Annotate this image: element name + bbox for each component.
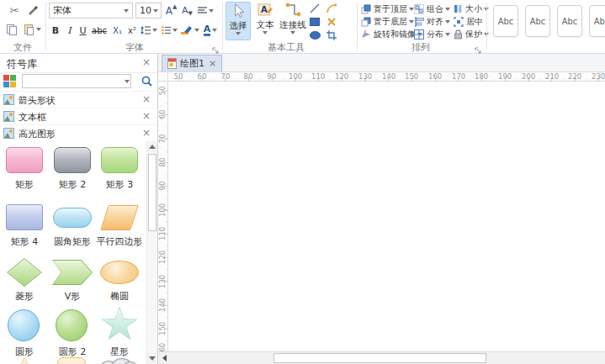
select-tool-button[interactable]: 选择 <box>226 2 251 40</box>
size-button[interactable]: 大小 <box>454 3 489 14</box>
format-painter-button[interactable] <box>25 3 40 18</box>
protect-button[interactable]: 保护 <box>454 29 489 40</box>
shape-rectangle-3[interactable] <box>101 147 138 173</box>
shape-cloud-partial[interactable] <box>98 357 138 364</box>
shape-circle-2[interactable] <box>56 309 88 341</box>
group-divider <box>222 3 223 50</box>
panel-close-button[interactable]: × <box>141 57 152 67</box>
section-highlight-shapes[interactable]: 高光图形 × <box>0 124 157 143</box>
horizontal-scrollbar-thumb[interactable] <box>273 353 486 363</box>
tab-close-button[interactable]: × <box>209 58 216 69</box>
style-preset-2[interactable]: Abc <box>525 5 550 37</box>
search-history-caret[interactable] <box>125 80 130 83</box>
text-tool-icon: A <box>257 2 273 18</box>
ruler-tick-label: 150 <box>405 72 418 81</box>
superscript-button[interactable]: x² <box>125 23 139 38</box>
shape-rounded-rectangle[interactable] <box>53 208 92 228</box>
style-preset-1[interactable]: Abc <box>493 5 518 37</box>
line-icon <box>310 3 320 13</box>
italic-button[interactable]: I <box>63 23 76 38</box>
line-tool-button[interactable] <box>308 3 321 14</box>
horizontal-scrollbar[interactable] <box>158 351 605 364</box>
font-name-select[interactable]: 宋体 <box>49 3 133 18</box>
ruler-tick-label: 110 <box>311 72 325 81</box>
shape-ellipse[interactable] <box>100 261 139 284</box>
section-label: 文本框 <box>19 111 46 124</box>
scroll-up-button[interactable] <box>147 141 157 152</box>
shrink-font-button[interactable]: A▼ <box>180 3 194 18</box>
style-preset-3[interactable]: Abc <box>557 5 582 37</box>
shape-triangle-partial[interactable] <box>10 357 39 364</box>
connection-point-tool-button[interactable] <box>325 16 338 28</box>
panel-scrollbar[interactable] <box>146 141 157 364</box>
ellipse-tool-button[interactable] <box>308 29 321 41</box>
bring-to-front-button[interactable]: 置于顶层 <box>361 3 414 14</box>
symbol-library-panel: 符号库 × 箭头形状 × 文本框 × 高光图形 × <box>0 54 158 364</box>
library-icon <box>3 75 16 87</box>
font-size-caret <box>153 9 158 13</box>
grow-font-button[interactable]: A▲ <box>164 3 178 18</box>
distribute-button[interactable]: 分布 <box>414 29 450 40</box>
ruler-tick-label: 90 <box>158 179 168 193</box>
shape-v-shape[interactable] <box>52 260 93 285</box>
connector-tool-button[interactable]: 连接线 <box>279 2 306 40</box>
bold-button[interactable]: B <box>49 23 62 38</box>
tab-label: 绘图1 <box>180 57 204 70</box>
shape-rectangle[interactable] <box>6 147 43 173</box>
arrange-dialog-launcher[interactable] <box>475 42 483 50</box>
ruler-tick-label: 160 <box>428 72 442 81</box>
search-button[interactable] <box>138 74 155 88</box>
highlighter-icon <box>181 25 193 35</box>
shape-rectangle-4[interactable] <box>6 204 43 230</box>
arc-icon <box>326 3 337 13</box>
drawing-canvas[interactable] <box>168 82 605 351</box>
ruler-corner <box>158 72 168 82</box>
line-spacing-caret <box>152 29 157 32</box>
shape-diamond[interactable] <box>7 258 42 287</box>
scissors-icon: ✂ <box>10 4 19 17</box>
section-close-button[interactable]: × <box>141 94 152 104</box>
section-close-button[interactable]: × <box>141 111 152 121</box>
text-align-menu-button[interactable] <box>196 3 215 18</box>
shape-parallelogram[interactable] <box>100 205 139 230</box>
font-color-button[interactable]: A <box>202 23 219 38</box>
style-preset-4[interactable]: Abc <box>589 5 605 37</box>
section-close-button[interactable]: × <box>141 128 152 138</box>
shape-label: 圆角矩形 <box>48 235 97 248</box>
scroll-left-button[interactable] <box>158 352 170 364</box>
cut-button[interactable]: ✂ <box>7 3 22 18</box>
font-size-select[interactable]: 10 <box>135 3 162 18</box>
shape-circle[interactable] <box>8 309 40 341</box>
arc-tool-button[interactable] <box>325 3 338 14</box>
scroll-down-button[interactable] <box>147 353 157 364</box>
shape-star[interactable] <box>101 307 138 342</box>
font-dialog-launcher[interactable] <box>212 42 220 50</box>
crop-tool-button[interactable] <box>325 29 338 41</box>
align-button[interactable]: 对齐 <box>414 16 450 27</box>
shape-label: 圆形 <box>0 346 49 358</box>
subscript-button[interactable]: X₁ <box>110 23 125 38</box>
tab-drawing1[interactable]: 绘图1 × <box>162 55 222 71</box>
send-to-back-button[interactable]: 置于底层 <box>361 16 414 27</box>
underline-button[interactable]: U <box>77 23 89 38</box>
section-text-box[interactable]: 文本框 × <box>0 108 157 126</box>
paste-button[interactable] <box>21 22 43 37</box>
text-tool-button[interactable]: A 文本 <box>252 2 278 40</box>
distribute-label: 分布 <box>427 29 443 40</box>
panel-scrollbar-thumb[interactable] <box>148 154 157 231</box>
subscript-label: X₁ <box>113 26 122 35</box>
bullet-list-button[interactable] <box>160 23 178 38</box>
ruler-tick-label: 220 <box>568 72 581 81</box>
shape-rectangle-2[interactable] <box>54 147 91 173</box>
highlight-button[interactable] <box>180 23 200 38</box>
group-button[interactable]: 组合 <box>414 3 450 14</box>
strikethrough-button[interactable]: abc <box>90 23 109 38</box>
rectangle-tool-button[interactable] <box>308 16 321 28</box>
shape-rounded-square-partial[interactable] <box>57 357 86 364</box>
center-button[interactable]: 居中 <box>454 16 483 27</box>
search-input[interactable] <box>22 74 131 88</box>
copy-button[interactable] <box>4 22 19 37</box>
line-spacing-button[interactable] <box>140 23 158 38</box>
section-arrow-shapes[interactable]: 箭头形状 × <box>0 91 157 109</box>
ruler-tick-label: 140 <box>158 298 168 312</box>
